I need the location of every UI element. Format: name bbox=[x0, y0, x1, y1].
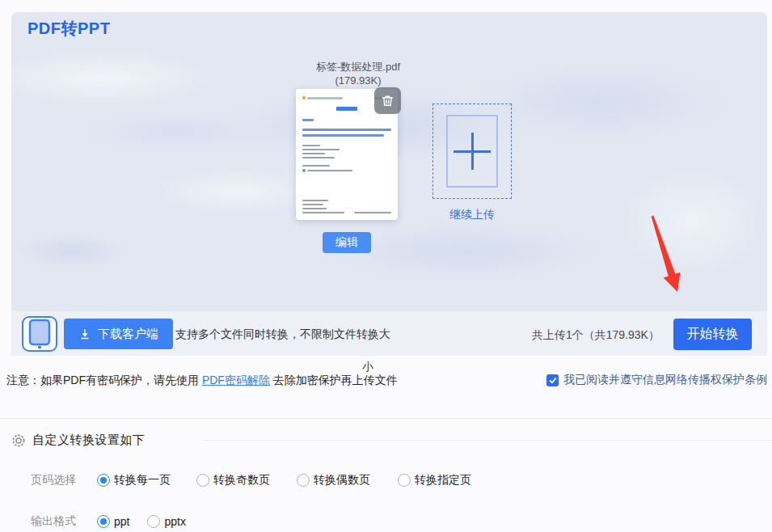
mobile-client-icon bbox=[22, 316, 57, 352]
pdf-password-remove-link[interactable]: PDF密码解除 bbox=[202, 374, 270, 386]
settings-header: 自定义转换设置如下 bbox=[11, 433, 146, 448]
support-text-wrap: 小 bbox=[362, 360, 373, 374]
start-convert-button[interactable]: 开始转换 bbox=[673, 319, 752, 350]
file-label: 标签-数据处理.pdf (179.93K) bbox=[269, 60, 447, 87]
check-icon bbox=[549, 377, 557, 384]
continue-upload-dropzone[interactable] bbox=[432, 103, 512, 199]
radio-icon[interactable] bbox=[97, 515, 110, 528]
support-text: 支持多个文件同时转换，不限制文件转换大 bbox=[175, 327, 390, 342]
edit-button[interactable]: 编辑 bbox=[323, 232, 371, 253]
settings-title: 自定义转换设置如下 bbox=[32, 433, 146, 448]
output-format-label: 输出格式 bbox=[31, 514, 97, 529]
delete-file-button[interactable] bbox=[374, 87, 401, 114]
settings-header-line bbox=[204, 440, 772, 441]
agreement-checkbox[interactable] bbox=[546, 374, 559, 386]
trash-icon bbox=[381, 94, 394, 108]
page-select-row: 页码选择 转换每一页 转换奇数页 转换偶数页 转换指定页 bbox=[31, 473, 471, 488]
gear-icon bbox=[11, 433, 26, 448]
radio-option-pptx[interactable]: pptx bbox=[147, 515, 185, 528]
agreement-row[interactable]: 我已阅读并遵守信息网络传播权保护条例 bbox=[546, 373, 767, 387]
password-notice: 注意：如果PDF有密码保护，请先使用 PDF密码解除 去除加密保护再上传文件 bbox=[6, 374, 398, 388]
file-size: (179.93K) bbox=[269, 74, 447, 87]
upload-placeholder-box bbox=[446, 115, 498, 188]
page-select-label: 页码选择 bbox=[31, 473, 97, 488]
continue-upload-label[interactable]: 继续上传 bbox=[432, 208, 512, 222]
plus-icon bbox=[453, 133, 491, 170]
radio-option-every-page[interactable]: 转换每一页 bbox=[97, 473, 171, 488]
radio-option-odd-pages[interactable]: 转换奇数页 bbox=[196, 473, 270, 488]
radio-icon[interactable] bbox=[147, 515, 160, 528]
download-client-label: 下载客户端 bbox=[98, 327, 158, 342]
radio-icon[interactable] bbox=[196, 474, 209, 487]
radio-icon[interactable] bbox=[297, 474, 310, 487]
pdf-to-ppt-converter: PDF转PPT 标签-数据处理.pdf (179.93K) bbox=[0, 0, 772, 532]
notice-prefix: 注意：如果PDF有密码保护，请先使用 bbox=[6, 374, 202, 386]
upload-summary: 共上传1个（共179.93K） bbox=[532, 328, 661, 343]
page-title: PDF转PPT bbox=[27, 18, 110, 40]
download-icon bbox=[78, 327, 91, 340]
thumbnail-footer bbox=[302, 200, 391, 213]
download-client-button[interactable]: 下载客户端 bbox=[64, 319, 173, 349]
radio-option-even-pages[interactable]: 转换偶数页 bbox=[297, 473, 370, 488]
file-name: 标签-数据处理.pdf bbox=[269, 60, 447, 74]
thumbnail-title-line bbox=[336, 107, 357, 111]
radio-icon[interactable] bbox=[398, 474, 411, 487]
radio-option-specified-pages[interactable]: 转换指定页 bbox=[398, 473, 471, 488]
agreement-label: 我已阅读并遵守信息网络传播权保护条例 bbox=[563, 373, 767, 387]
radio-option-ppt[interactable]: ppt bbox=[97, 515, 129, 528]
radio-icon[interactable] bbox=[97, 474, 110, 487]
output-format-row: 输出格式 ppt pptx bbox=[31, 514, 186, 529]
notice-suffix: 去除加密保护再上传文件 bbox=[270, 374, 398, 386]
section-divider bbox=[0, 418, 772, 419]
